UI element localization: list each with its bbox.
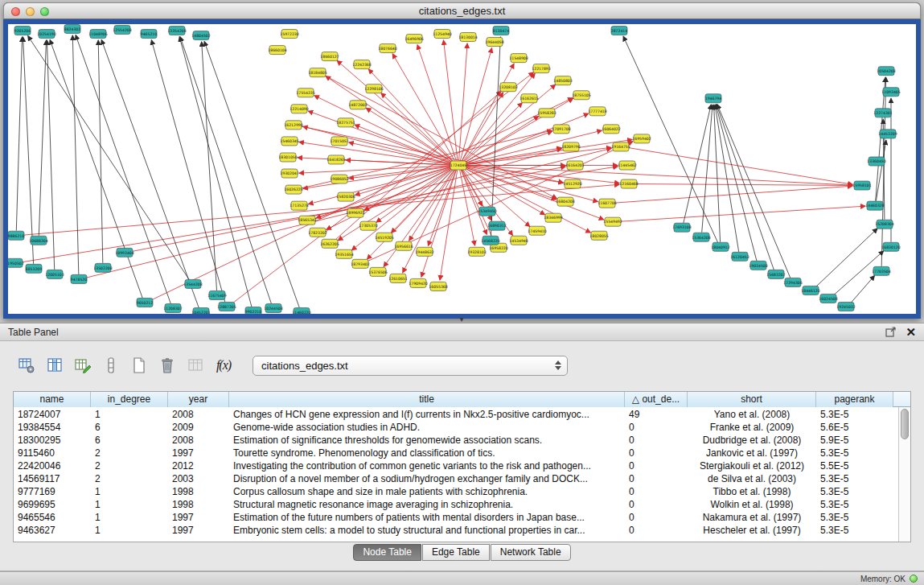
graph-node[interactable]: 11048906 xyxy=(88,30,107,39)
graph-node[interactable]: 15958283 xyxy=(537,109,556,117)
table-row[interactable]: 911546021997Tourette syndrome. Phenomeno… xyxy=(14,447,898,459)
graph-node[interactable]: 10993404 xyxy=(115,248,133,257)
graph-node[interactable]: 9478520 xyxy=(71,274,88,283)
graph-node[interactable]: 8130474 xyxy=(493,27,510,35)
graph-node[interactable]: 8853209 xyxy=(26,264,43,273)
graph-node[interactable]: 19164755 xyxy=(611,142,630,151)
graph-node[interactable]: 18275751 xyxy=(336,118,355,127)
graph-node[interactable]: 15208304 xyxy=(875,220,893,229)
graph-node[interactable]: 16026225 xyxy=(284,185,302,194)
graph-node[interactable]: 19302047 xyxy=(280,169,298,178)
graph-node[interactable]: 17703504 xyxy=(872,266,890,275)
graph-node[interactable]: 19448632 xyxy=(415,247,433,256)
graph-node[interactable]: 14534948 xyxy=(509,236,528,245)
graph-node[interactable]: 18660104 xyxy=(268,46,286,55)
graph-node[interactable]: 14460328 xyxy=(865,201,884,210)
graph-node[interactable]: 15958101 xyxy=(852,181,871,190)
graph-node[interactable]: 16956616 xyxy=(394,241,413,250)
graph-node[interactable]: 11607706 xyxy=(598,199,616,208)
graph-node[interactable]: 16162615 xyxy=(519,94,538,103)
column-header-in[interactable]: in_degree xyxy=(91,392,168,407)
graph-node[interactable]: 19245032 xyxy=(836,302,855,311)
tab-node-table[interactable]: Node Table xyxy=(353,544,421,561)
graph-node[interactable]: 16830120 xyxy=(881,242,900,251)
table-row[interactable]: 977716911998Corpus callosum shape and si… xyxy=(14,485,898,498)
graph-node[interactable]: 9465210 xyxy=(141,30,158,39)
column-header-name[interactable]: name xyxy=(14,392,91,407)
network-canvas[interactable]: 1724046186601271818480517554235122140901… xyxy=(3,19,921,319)
graph-node[interactable]: 18996922 xyxy=(346,208,364,217)
graph-node[interactable]: 16262205 xyxy=(320,239,339,248)
zoom-window-button[interactable] xyxy=(40,7,49,16)
graph-node[interactable]: 13360450 xyxy=(867,157,885,166)
graph-node[interactable]: 8824302 xyxy=(64,25,81,34)
table-scrollbar[interactable] xyxy=(898,407,910,542)
tab-network-table[interactable]: Network Table xyxy=(491,544,571,561)
graph-node[interactable]: 16212990 xyxy=(284,121,302,130)
close-window-button[interactable] xyxy=(11,7,20,16)
graph-node[interactable]: 12160468 xyxy=(619,179,638,188)
function-builder-icon[interactable]: f(x) xyxy=(213,355,234,376)
column-header-short[interactable]: short xyxy=(688,392,816,407)
graph-node[interactable]: 14850803 xyxy=(553,76,572,85)
graph-node[interactable]: 11548908 xyxy=(509,54,528,63)
graph-node[interactable]: 18755105 xyxy=(572,91,590,100)
graph-node[interactable]: 19328103 xyxy=(467,247,486,256)
import-table-icon[interactable] xyxy=(185,355,206,376)
graph-node[interactable]: 13354208 xyxy=(167,27,186,35)
graph-node[interactable]: 12217893 xyxy=(532,64,550,73)
table-row[interactable]: 2242004622012Investigating the contribut… xyxy=(14,459,898,472)
graph-node[interactable]: 17294306 xyxy=(783,278,802,286)
graph-node[interactable]: 18028055 xyxy=(589,231,608,240)
graph-node[interactable]: 12610651 xyxy=(388,274,407,282)
graph-node[interactable]: 16890312 xyxy=(487,221,506,230)
graph-node[interactable]: 18793402 xyxy=(351,259,369,268)
graph-node[interactable]: 16120453 xyxy=(730,252,749,261)
graph-node[interactable]: 15460345 xyxy=(280,137,298,146)
graph-node[interactable]: 9650212 xyxy=(137,298,154,307)
create-table-icon[interactable] xyxy=(129,355,150,376)
graph-node[interactable]: 15820306 xyxy=(336,192,355,201)
graph-node[interactable]: 13544208 xyxy=(183,279,202,288)
column-header-year[interactable]: year xyxy=(168,392,229,407)
graph-node[interactable]: 12298106 xyxy=(364,84,383,93)
graph-node[interactable]: 17015057 xyxy=(330,137,348,146)
graph-node[interactable]: 17554235 xyxy=(296,89,314,97)
table-settings-icon[interactable] xyxy=(16,355,37,376)
graph-node[interactable]: 15972230 xyxy=(280,30,298,39)
table-row[interactable]: 1830029562008Estimation of significance … xyxy=(14,434,898,447)
close-panel-icon[interactable]: ✕ xyxy=(906,327,916,338)
graph-node[interactable]: 19034508 xyxy=(749,261,767,270)
graph-node[interactable]: 13208103 xyxy=(499,83,517,92)
column-header-title[interactable]: title xyxy=(229,392,625,407)
graph-node[interactable]: 15376506 xyxy=(368,267,387,276)
column-header-out[interactable]: △ out_de... xyxy=(625,392,688,407)
graph-node[interactable]: 16024508 xyxy=(819,294,837,303)
table-row[interactable]: 946554611997Estimation of the future num… xyxy=(14,511,898,524)
graph-node[interactable]: 15349450 xyxy=(478,207,496,216)
table-row[interactable]: 969969511998Structural magnetic resonanc… xyxy=(14,498,898,511)
graph-node[interactable]: 12274301 xyxy=(873,109,892,117)
graph-node[interactable]: 11675409 xyxy=(207,290,226,299)
graph-node[interactable]: 12214090 xyxy=(290,105,308,113)
graph-node[interactable]: 18660127 xyxy=(320,52,339,61)
float-panel-icon[interactable] xyxy=(885,327,896,337)
graph-node[interactable]: 14568220 xyxy=(481,236,499,245)
graph-node[interactable]: 14519205 xyxy=(375,233,393,241)
graph-node[interactable]: 14872003 xyxy=(348,101,367,109)
graph-node[interactable]: 1946794 xyxy=(705,94,722,103)
graph-node[interactable]: 16064022 xyxy=(602,125,620,134)
graph-node[interactable]: 9886210 xyxy=(8,231,24,240)
graph-node[interactable]: 10452201 xyxy=(191,307,210,314)
graph-node[interactable]: 19351654 xyxy=(335,249,353,258)
table-row[interactable]: 1938455462009Genome-wide association stu… xyxy=(14,421,898,434)
table-scrollbar-thumb[interactable] xyxy=(901,409,909,439)
graph-node[interactable]: 11093405 xyxy=(881,88,900,97)
graph-node[interactable]: 16496906 xyxy=(405,35,423,43)
table-row[interactable]: 1872400712008Changes of HCN gene express… xyxy=(14,408,898,421)
graph-node[interactable]: 10254190 xyxy=(37,30,55,39)
graph-node[interactable]: 17305370 xyxy=(359,221,377,230)
tab-edge-table[interactable]: Edge Table xyxy=(422,544,490,561)
graph-node[interactable]: 12887205 xyxy=(217,302,236,311)
graph-node[interactable]: 19644058 xyxy=(485,38,503,47)
